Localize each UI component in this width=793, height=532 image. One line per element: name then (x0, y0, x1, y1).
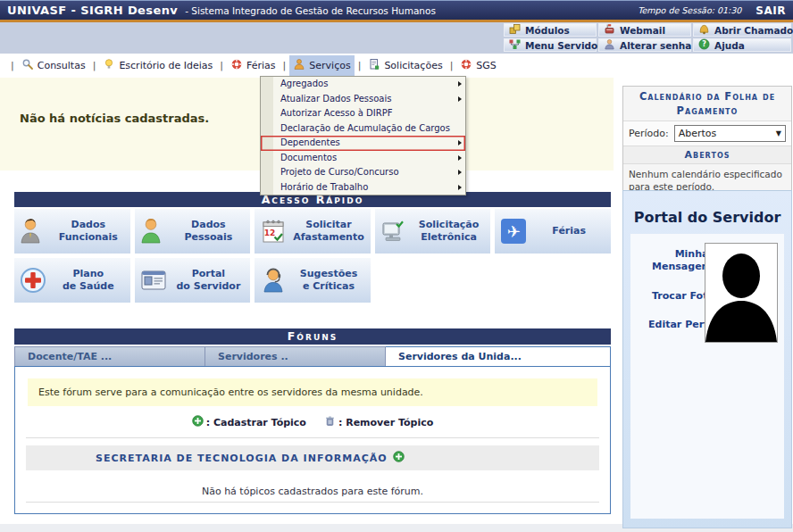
webmail-button[interactable]: Webmail (598, 23, 691, 37)
session-timer: Tempo de Sessão: 01:30 (638, 5, 741, 15)
server-menu-icon (509, 38, 521, 52)
svg-text:12: 12 (264, 229, 276, 237)
server-menu-button[interactable]: Menu Servidor (504, 38, 597, 52)
link-editar-perfil[interactable]: Editar Perfil (638, 319, 714, 331)
toolbar: Módulos Webmail Abrir Chamado Menu Servi… (0, 22, 793, 54)
server-menu-label: Menu Servidor (525, 40, 602, 51)
help-button[interactable]: ? Ajuda (693, 38, 791, 52)
employee-data-icon (14, 216, 52, 246)
link-minhas-mensagens[interactable]: Minhas Mensagens (638, 248, 714, 274)
tab-servidores-da-unidade[interactable]: Servidores da Unida... (386, 346, 611, 367)
dropdown-item-label: Horário de Trabalho (280, 182, 368, 192)
forum-group-title: SECRETARIA DE TECNOLOGIA DA INFORMAÇÃO (96, 453, 388, 464)
submenu-arrow-icon (458, 170, 462, 175)
computer-icon (375, 216, 413, 246)
menu-separator: | (220, 60, 223, 71)
card-dados-pessoais[interactable]: Dados Pessoais (135, 209, 251, 254)
dropdown-item-dependentes[interactable]: Dependentes (261, 136, 465, 151)
personal-data-icon (135, 216, 172, 246)
dropdown-item-atualizar-dados-pessoais[interactable]: Atualizar Dados Pessoais (261, 92, 465, 107)
submenu-arrow-icon (458, 96, 462, 102)
period-selected-value: Abertos (679, 128, 717, 139)
svg-text:?: ? (702, 40, 706, 48)
period-select[interactable]: Abertos ▼ (674, 125, 786, 142)
app-brand: UNIVASF - SIGRH Desenv (7, 4, 178, 17)
menu-item-solicitacoes[interactable]: Solicitações (364, 55, 446, 76)
forum-group-header: SECRETARIA DE TECNOLOGIA DA INFORMAÇÃO (26, 445, 599, 470)
card-portal-do-servidor[interactable]: Portal do Servidor (135, 258, 251, 303)
menu-item-consultas[interactable]: Consultas (18, 55, 89, 76)
dropdown-item-label: Agregados (280, 79, 328, 88)
dropdown-item-autorizar-acesso-dirpf[interactable]: Autorizar Acesso à DIRPF (261, 106, 465, 121)
card-solicitar-afastamento[interactable]: 12 Solicitar Afastamento (255, 209, 371, 254)
submenu-arrow-icon (458, 81, 462, 87)
portal-do-servidor-panel: Portal do Servidor Minhas Mensagens Troc… (622, 190, 792, 528)
card-plano-de-saude[interactable]: Plano de Saúde (14, 258, 130, 303)
card-label: Plano de Saúde (52, 268, 130, 293)
change-password-label: Alterar senha (620, 40, 691, 51)
menu-item-sgs[interactable]: SGS (456, 55, 500, 76)
menu-label-escritorio: Escritório de Ideias (119, 60, 213, 71)
document-icon (368, 58, 380, 73)
menu-separator: | (11, 60, 14, 71)
main-menubar: | Consultas | Escritório de Ideias | Fér… (0, 54, 793, 78)
webmail-icon (604, 23, 615, 37)
card-label: Férias (532, 225, 611, 237)
id-card-icon (135, 265, 172, 295)
forum-footer-divider (26, 502, 599, 503)
card-label: Sugestões e Críticas (292, 268, 371, 293)
airplane-icon: ✈ (495, 219, 532, 244)
toolbar-button-grid: Módulos Webmail Abrir Chamado Menu Servi… (504, 23, 791, 52)
webmail-label: Webmail (620, 25, 665, 36)
change-password-button[interactable]: Alterar senha (598, 38, 691, 52)
calendar-icon: 12 (255, 216, 292, 246)
tab-docente-tae[interactable]: Docente/TAE ... (14, 346, 205, 367)
dropdown-item-label: Declaração de Acumulação de Cargos (280, 123, 450, 133)
payroll-calendar-panel: Calendário da Folha de Pagamento Período… (622, 86, 792, 199)
modules-label: Módulos (525, 25, 570, 36)
add-topic-icon[interactable] (393, 451, 405, 465)
modules-button[interactable]: Módulos (504, 23, 597, 37)
forum-content: Este fórum serve para a comunicação entr… (14, 366, 611, 514)
dropdown-item-documentos[interactable]: Documentos (261, 151, 465, 166)
menu-separator: | (358, 60, 362, 71)
forum-empty-message: Não há tópicos cadastrados para este fór… (15, 486, 610, 497)
legend-remove-label: : Remover Tópico (338, 417, 433, 428)
help-label: Ajuda (714, 40, 745, 51)
submenu-arrow-icon (458, 155, 462, 161)
dropdown-item-projeto-curso-concurso[interactable]: Projeto de Curso/Concurso (261, 165, 465, 180)
card-sugestoes-e-criticas[interactable]: Sugestões e Críticas (255, 258, 371, 303)
tab-servidores[interactable]: Servidores .. (205, 346, 386, 367)
profile-photo (705, 243, 778, 343)
menu-separator: | (450, 60, 454, 71)
idea-icon (103, 58, 115, 73)
menu-item-escritorio-de-ideias[interactable]: Escritório de Ideias (99, 55, 216, 76)
card-label: Dados Funcionais (52, 219, 130, 244)
dropdown-item-label: Projeto de Curso/Concurso (280, 167, 399, 177)
card-solicitacao-eletronica[interactable]: Solicitação Eletrônica (375, 209, 491, 254)
card-label: Portal do Servidor (172, 268, 251, 293)
open-ticket-button[interactable]: Abrir Chamado (693, 23, 791, 37)
card-dados-funcionais[interactable]: Dados Funcionais (14, 209, 130, 254)
dropdown-item-label: Autorizar Acesso à DIRPF (280, 108, 393, 118)
open-ticket-icon (698, 23, 710, 37)
menu-label-solicitacoes: Solicitações (384, 60, 442, 71)
menu-separator: | (93, 60, 96, 71)
menu-item-ferias[interactable]: Férias (227, 55, 280, 76)
lifebuoy-icon (230, 58, 243, 73)
dropdown-item-agregados[interactable]: Agregados (261, 77, 465, 92)
menu-item-servicos[interactable]: Serviços (289, 55, 354, 76)
modules-icon (509, 23, 521, 37)
link-trocar-foto[interactable]: Trocar Foto (638, 290, 714, 303)
card-ferias[interactable]: ✈ Férias (495, 209, 611, 254)
portal-inner: Minhas Mensagens Trocar Foto Editar Perf… (630, 234, 784, 519)
submenu-arrow-icon (458, 185, 462, 190)
dropdown-item-horario-de-trabalho[interactable]: Horário de Trabalho (261, 180, 465, 195)
dropdown-item-declaracao-acumulacao-cargos[interactable]: Declaração de Acumulação de Cargos (261, 121, 465, 137)
forum-legend: : Cadastrar Tópico : Remover Tópico (26, 415, 599, 438)
change-password-icon (604, 38, 615, 52)
menu-separator: | (283, 60, 287, 71)
forums-panel: Fóruns Docente/TAE ... Servidores .. Ser… (14, 328, 611, 514)
logout-button[interactable]: SAIR (755, 4, 786, 17)
card-label: Dados Pessoais (172, 219, 251, 244)
